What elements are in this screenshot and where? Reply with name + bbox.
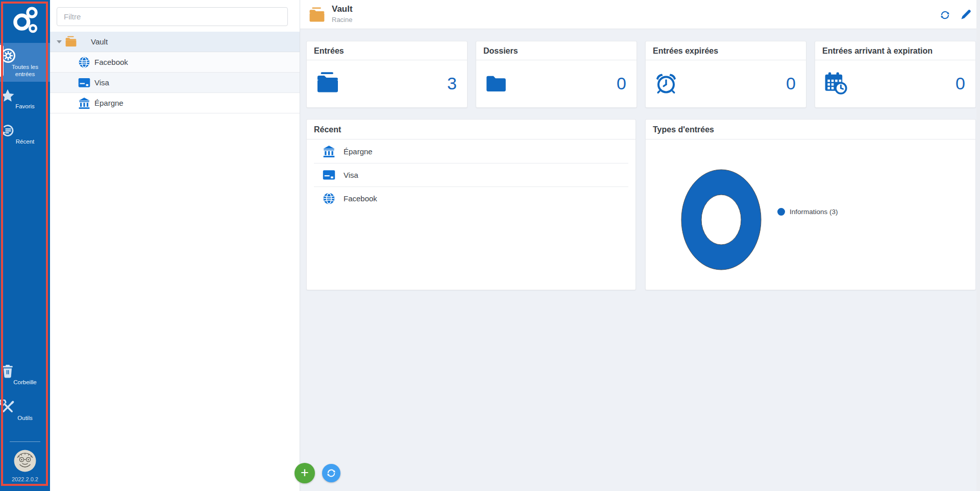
globe-icon <box>78 56 91 69</box>
edit-vault-button[interactable] <box>960 8 972 21</box>
sidebar-item-all-entries[interactable]: Toutes les entrées <box>0 43 50 82</box>
page-title: Vault <box>332 4 353 14</box>
sidebar-item-tools[interactable]: Outils <box>0 400 50 422</box>
recent-item-epargne[interactable]: Épargne <box>314 139 628 163</box>
chart-legend: Informations (3) <box>777 208 838 216</box>
recent-item-facebook[interactable]: Facebook <box>314 186 628 210</box>
app-version: 2022.2.0.2 <box>0 476 50 482</box>
folder-open-icon <box>308 6 326 25</box>
main-header: Vault Racine <box>300 0 980 29</box>
caret-down-icon[interactable] <box>57 40 62 43</box>
add-entry-button[interactable]: + <box>295 463 315 483</box>
calendar-clock-icon <box>823 71 848 96</box>
recent-item-label: Épargne <box>344 147 373 156</box>
scrollbar-track[interactable] <box>976 0 980 491</box>
bank-icon <box>322 145 336 158</box>
tree-row-vault[interactable]: Vault <box>50 32 300 52</box>
vault-tree: Vault Facebook <box>50 32 300 113</box>
page-subtitle: Racine <box>332 16 352 24</box>
tree-row-label: Vault <box>91 37 108 46</box>
stat-card-entries: Entrées 3 <box>306 41 468 108</box>
trash-icon <box>0 364 50 379</box>
sidebar-item-label: Favoris <box>0 103 50 110</box>
recent-item-label: Facebook <box>344 194 377 203</box>
recent-item-label: Visa <box>344 171 358 179</box>
stat-card-expired: Entrées expirées 0 <box>645 41 806 108</box>
stat-card-expiring: Entrées arrivant à expiration <box>815 41 976 108</box>
recent-item-visa[interactable]: Visa <box>314 163 628 186</box>
avatar[interactable] <box>14 450 36 472</box>
stat-card-value: 0 <box>955 74 965 93</box>
sidebar-item-label: Toutes les entrées <box>0 64 50 78</box>
legend-dot <box>777 208 785 216</box>
recent-panel: Récent Épargne Visa <box>306 119 636 290</box>
alarm-clock-icon <box>654 71 678 96</box>
stat-card-folders: Dossiers 0 <box>476 41 637 108</box>
tools-icon <box>0 400 50 415</box>
sidebar-divider <box>10 441 40 442</box>
legend-label: Informations (3) <box>790 208 838 216</box>
stat-card-title: Entrées <box>307 41 467 60</box>
star-icon <box>0 88 50 103</box>
sidebar-item-label: Outils <box>0 415 50 422</box>
entry-types-title: Types d'entrées <box>646 120 975 139</box>
active-nav-indicator <box>0 45 4 77</box>
plus-icon: + <box>301 465 309 481</box>
entry-types-panel: Types d'entrées Informations (3) <box>645 119 976 290</box>
recent-icon <box>0 123 50 138</box>
refresh-tree-button[interactable] <box>322 464 340 482</box>
navigation-panel: Vault Facebook <box>50 0 300 491</box>
app-logo-icon[interactable] <box>10 5 40 34</box>
sidebar-item-recent[interactable]: Récent <box>0 123 50 146</box>
refresh-dashboard-button[interactable] <box>939 9 951 21</box>
bank-icon <box>78 97 91 110</box>
sidebar: Toutes les entrées Favoris Récent <box>0 0 50 491</box>
stat-card-title: Entrées expirées <box>646 41 806 60</box>
sidebar-item-favorites[interactable]: Favoris <box>0 88 50 110</box>
filter-input[interactable] <box>57 7 288 26</box>
all-entries-icon <box>0 48 50 64</box>
tree-row-label: Facebook <box>94 58 128 66</box>
tree-row-label: Épargne <box>94 99 124 107</box>
folder-open-icon <box>315 71 340 96</box>
tree-row-label: Visa <box>94 78 109 87</box>
stat-card-value: 0 <box>786 74 796 93</box>
stat-card-title: Entrées arrivant à expiration <box>815 41 975 60</box>
refresh-icon <box>326 467 337 479</box>
tree-row-facebook[interactable]: Facebook <box>50 52 300 73</box>
tree-row-epargne[interactable]: Épargne <box>50 93 300 113</box>
credit-card-icon <box>78 76 91 89</box>
sidebar-item-trash[interactable]: Corbeille <box>0 364 50 386</box>
donut-chart <box>663 160 780 279</box>
stat-card-value: 3 <box>447 74 457 93</box>
stat-cards-row: Entrées 3 Dossiers 0 Entrées expirées <box>306 41 976 108</box>
globe-icon <box>322 192 336 205</box>
recent-panel-title: Récent <box>307 120 635 139</box>
stat-card-title: Dossiers <box>476 41 636 60</box>
sidebar-item-label: Corbeille <box>0 379 50 386</box>
folder-open-icon <box>64 35 78 49</box>
credit-card-icon <box>322 168 336 182</box>
stat-card-value: 0 <box>617 74 626 93</box>
sidebar-item-label: Récent <box>0 138 50 146</box>
folder-icon <box>484 72 508 95</box>
tree-row-visa[interactable]: Visa <box>50 73 300 93</box>
